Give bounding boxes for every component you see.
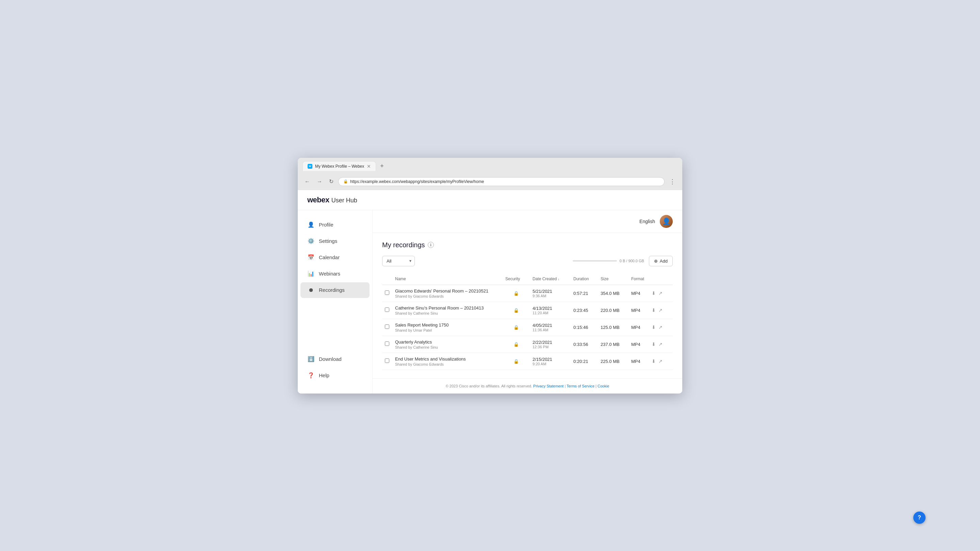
browser-tab-active[interactable]: W My Webex Profile – Webex ✕ <box>302 161 376 171</box>
recording-date-3: 2/22/2021 <box>533 340 568 345</box>
download-action-icon-2[interactable]: ⬇ <box>652 324 656 330</box>
main-layout: 👤 Profile ⚙️ Settings 📅 Calendar 📊 Webin… <box>298 210 682 394</box>
action-icons-2: ⬇ ↗ <box>652 324 670 330</box>
tab-close-button[interactable]: ✕ <box>367 164 371 169</box>
browser-window: W My Webex Profile – Webex ✕ + ← → ↻ 🔒 h… <box>298 158 682 394</box>
row-format-cell-3: MP4 <box>628 336 649 353</box>
row-duration-cell-3: 0:33:56 <box>571 336 598 353</box>
row-actions-cell-2: ⬇ ↗ <box>649 319 673 336</box>
help-fab-button[interactable]: ? <box>913 511 926 524</box>
sidebar-item-settings[interactable]: ⚙️ Settings <box>301 233 369 249</box>
row-date-cell: 2/22/2021 12:36 PM <box>530 336 571 353</box>
recording-shared-3: Shared by Catherine Sinu <box>395 345 500 349</box>
row-actions-cell-3: ⬇ ↗ <box>649 336 673 353</box>
calendar-icon: 📅 <box>307 254 315 261</box>
share-action-icon-3[interactable]: ↗ <box>659 341 662 347</box>
download-action-icon-4[interactable]: ⬇ <box>652 359 656 364</box>
filter-dropdown[interactable]: All Shared Personal <box>382 256 415 266</box>
new-tab-button[interactable]: + <box>377 161 387 171</box>
sidebar-label-settings: Settings <box>319 238 337 244</box>
recording-time-4: 9:20 AM <box>533 362 568 366</box>
forward-button[interactable]: → <box>315 177 324 186</box>
row-date-cell: 4/13/2021 11:20 AM <box>530 302 571 319</box>
row-duration-cell-1: 0:23:45 <box>571 302 598 319</box>
app-footer: © 2023 Cisco and/or its affiliates. All … <box>372 378 682 394</box>
row-checkbox-cell <box>382 319 392 336</box>
add-recording-button[interactable]: ⊕ Add <box>649 256 673 266</box>
recordings-content: My recordings ℹ All Shared Personal <box>372 233 682 378</box>
row-security-cell: 🔒 <box>503 336 530 353</box>
row-checkbox-0[interactable] <box>385 291 389 295</box>
avatar-image <box>660 215 673 228</box>
language-selector[interactable]: English <box>640 219 655 224</box>
recording-name-1[interactable]: Catherine Sinu's Personal Room – 2021041… <box>395 305 500 311</box>
th-checkbox <box>382 273 392 285</box>
row-security-cell: 🔒 <box>503 353 530 370</box>
reload-button[interactable]: ↻ <box>327 177 336 186</box>
recordings-title: My recordings <box>382 241 425 249</box>
browser-titlebar: W My Webex Profile – Webex ✕ + ← → ↻ 🔒 h… <box>298 158 682 190</box>
recording-shared-4: Shared by Giacomo Edwards <box>395 362 500 366</box>
row-name-cell: Catherine Sinu's Personal Room – 2021041… <box>392 302 503 319</box>
app-header: webex User Hub <box>298 190 682 210</box>
content-area: English My recordings ℹ <box>372 210 682 394</box>
sidebar-item-calendar[interactable]: 📅 Calendar <box>301 250 369 265</box>
row-size-cell-2: 125.0 MB <box>598 319 628 336</box>
address-bar[interactable]: 🔒 https://example.webex.com/webappng/sit… <box>338 177 665 186</box>
recording-name-2[interactable]: Sales Report Meeting 1750 <box>395 322 500 327</box>
sidebar-item-help[interactable]: ❓ Help <box>301 368 369 383</box>
footer-tos-link[interactable]: Terms of Service <box>566 384 595 388</box>
add-icon: ⊕ <box>654 259 658 264</box>
sidebar-item-download[interactable]: ⬇️ Download <box>301 351 369 367</box>
browser-menu-button[interactable]: ⋮ <box>667 176 678 187</box>
back-button[interactable]: ← <box>302 177 312 186</box>
sidebar-bottom: ⬇️ Download ❓ Help <box>298 351 372 387</box>
help-icon: ❓ <box>307 372 315 379</box>
row-name-cell: Giacomo Edwards' Personal Room – 2021052… <box>392 285 503 302</box>
storage-text: 0 B / 900.0 GB <box>620 259 644 263</box>
share-action-icon-2[interactable]: ↗ <box>659 324 662 330</box>
th-security: Security <box>503 273 530 285</box>
row-date-cell: 2/15/2021 9:20 AM <box>530 353 571 370</box>
row-checkbox-3[interactable] <box>385 341 389 346</box>
th-date-created[interactable]: Date Created <box>530 273 571 285</box>
footer-privacy-link-text[interactable]: Privacy Statement <box>533 384 563 388</box>
recording-time-2: 11:36 AM <box>533 328 568 332</box>
user-avatar[interactable] <box>660 215 673 228</box>
row-checkbox-4[interactable] <box>385 359 389 363</box>
row-checkbox-2[interactable] <box>385 324 389 329</box>
share-action-icon-1[interactable]: ↗ <box>659 308 662 313</box>
sidebar-item-webinars[interactable]: 📊 Webinars <box>301 266 369 282</box>
action-icons-0: ⬇ ↗ <box>652 291 670 296</box>
share-action-icon-0[interactable]: ↗ <box>659 291 662 296</box>
tab-title: My Webex Profile – Webex <box>315 164 364 169</box>
webex-logo: webex <box>307 195 329 205</box>
recordings-table: Name Security Date Created Duration Size… <box>382 273 673 370</box>
logo-area: webex User Hub <box>307 195 357 205</box>
download-action-icon-3[interactable]: ⬇ <box>652 341 656 347</box>
sidebar-label-download: Download <box>319 356 342 362</box>
row-checkbox-cell <box>382 353 392 370</box>
recording-name-3[interactable]: Quarterly Analytics <box>395 340 500 345</box>
row-checkbox-1[interactable] <box>385 308 389 312</box>
recordings-info-icon[interactable]: ℹ <box>428 242 434 248</box>
user-hub-label: User Hub <box>331 197 357 204</box>
recording-name-0[interactable]: Giacomo Edwards' Personal Room – 2021052… <box>395 288 500 294</box>
lock-icon-1: 🔒 <box>514 308 519 313</box>
recording-shared-2: Shared by Umar Patel <box>395 328 500 332</box>
lock-icon-4: 🔒 <box>514 359 519 364</box>
download-action-icon-1[interactable]: ⬇ <box>652 308 656 313</box>
share-action-icon-4[interactable]: ↗ <box>659 359 662 364</box>
url-text: https://example.webex.com/webappng/sites… <box>350 179 484 184</box>
sidebar-item-profile[interactable]: 👤 Profile <box>301 217 369 233</box>
recording-date-2: 4/05/2021 <box>533 323 568 328</box>
download-action-icon-0[interactable]: ⬇ <box>652 291 656 296</box>
sidebar-item-recordings[interactable]: ⏺ Recordings <box>301 282 369 298</box>
table-row: End User Metrics and Visualizations Shar… <box>382 353 673 370</box>
th-actions <box>649 273 673 285</box>
row-format-cell-0: MP4 <box>628 285 649 302</box>
footer-cookie-link[interactable]: Cookie <box>598 384 609 388</box>
recordings-table-body: Giacomo Edwards' Personal Room – 2021052… <box>382 285 673 370</box>
row-security-cell: 🔒 <box>503 302 530 319</box>
recording-name-4[interactable]: End User Metrics and Visualizations <box>395 356 500 362</box>
